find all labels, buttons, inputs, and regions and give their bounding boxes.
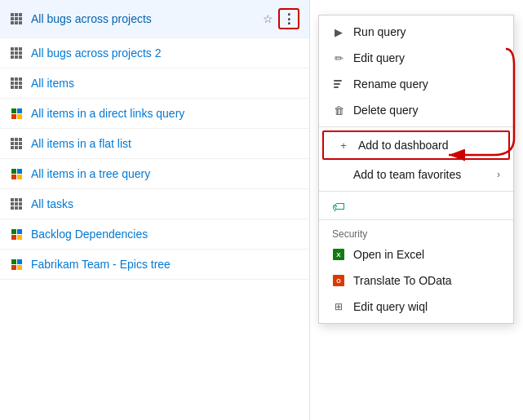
query-type-icon	[10, 197, 23, 210]
query-item-label: All items in a tree query	[31, 167, 299, 180]
query-item-all-bugs-2[interactable]: All bugs across projects 2	[0, 38, 309, 69]
query-item-label: All bugs across projects 2	[31, 46, 299, 60]
arrow-right-icon: ▶	[332, 25, 345, 38]
query-type-icon	[10, 77, 23, 90]
query-item-fabrikam[interactable]: Fabrikam Team - Epics tree	[0, 250, 309, 280]
query-type-icon	[10, 107, 23, 120]
menu-item-label: Rename query	[353, 77, 500, 91]
query-type-icon	[10, 228, 23, 241]
menu-item-label: Delete query	[353, 104, 500, 117]
query-item-all-items-tree[interactable]: All items in a tree query	[0, 159, 309, 189]
query-item-all-items[interactable]: All items	[0, 69, 309, 99]
menu-item-label: Add to dashboard	[358, 139, 495, 152]
svg-rect-2	[334, 86, 339, 88]
svg-rect-0	[334, 80, 342, 82]
menu-item-edit-wiql[interactable]: ⊞ Edit query wiql	[319, 294, 513, 320]
query-item-label: All items in a direct links query	[31, 107, 299, 120]
menu-item-run-query[interactable]: ▶ Run query	[319, 19, 513, 45]
query-item-label: Backlog Dependencies	[31, 228, 299, 241]
menu-item-label: Add to team favorites	[353, 168, 489, 181]
query-item-all-items-flat[interactable]: All items in a flat list	[0, 129, 309, 159]
menu-item-rename-query[interactable]: Rename query	[319, 71, 513, 97]
svg-rect-1	[334, 83, 340, 85]
query-item-label: All items in a flat list	[31, 137, 299, 150]
menu-item-open-excel[interactable]: X Open in Excel	[319, 241, 513, 267]
pencil-icon: ✏	[332, 51, 345, 64]
menu-item-label: Translate To OData	[353, 274, 500, 287]
query-item-all-tasks[interactable]: All tasks	[0, 189, 309, 219]
menu-item-label: Open in Excel	[353, 248, 500, 261]
menu-divider-2	[319, 191, 513, 192]
menu-divider-3	[319, 219, 513, 220]
tag-row: 🏷	[319, 195, 513, 216]
context-menu: ▶ Run query ✏ Edit query Rename query 🗑 …	[318, 15, 514, 324]
query-type-icon	[10, 12, 23, 25]
more-button[interactable]: ⋮	[278, 8, 299, 29]
query-type-icon	[10, 258, 23, 271]
tag-icon: 🏷	[332, 200, 345, 214]
query-item-label: All tasks	[31, 197, 299, 210]
menu-divider-1	[319, 126, 513, 127]
plus-icon: +	[337, 139, 350, 152]
wiql-icon: ⊞	[332, 300, 345, 313]
query-item-label: All items	[31, 77, 299, 90]
excel-icon: X	[332, 248, 345, 261]
security-section-label: Security	[319, 223, 513, 241]
trash-icon: 🗑	[332, 104, 345, 117]
menu-item-add-favorites[interactable]: Add to team favorites ›	[319, 161, 513, 188]
query-type-icon	[10, 137, 23, 150]
query-item-all-bugs[interactable]: All bugs across projects ☆ ⋮	[0, 0, 309, 38]
menu-item-edit-query[interactable]: ✏ Edit query	[319, 45, 513, 71]
star-icon[interactable]: ☆	[263, 12, 273, 25]
odata-icon: O	[332, 274, 345, 287]
menu-item-delete-query[interactable]: 🗑 Delete query	[319, 97, 513, 123]
menu-item-label: Edit query	[353, 51, 500, 64]
query-list: All bugs across projects ☆ ⋮ All bugs ac…	[0, 0, 310, 420]
menu-item-add-dashboard[interactable]: + Add to dashboard	[322, 130, 510, 160]
query-item-label: All bugs across projects	[31, 12, 263, 25]
menu-item-translate-odata[interactable]: O Translate To OData	[319, 267, 513, 294]
query-type-icon	[10, 167, 23, 180]
menu-item-label: Run query	[353, 25, 500, 38]
query-item-all-items-direct[interactable]: All items in a direct links query	[0, 99, 309, 129]
query-type-icon	[10, 46, 23, 60]
menu-item-label: Edit query wiql	[353, 300, 500, 313]
query-item-backlog[interactable]: Backlog Dependencies	[0, 219, 309, 250]
empty-icon	[332, 168, 345, 181]
rename-icon	[332, 77, 345, 91]
query-item-label: Fabrikam Team - Epics tree	[31, 258, 299, 271]
chevron-right-icon: ›	[497, 169, 500, 180]
